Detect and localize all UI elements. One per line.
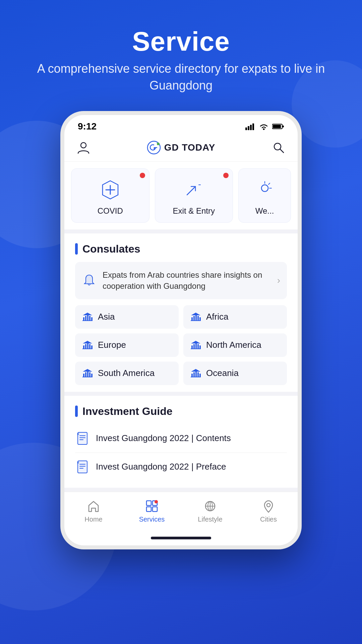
svg-rect-29 bbox=[199, 317, 201, 321]
wifi-icon bbox=[259, 122, 269, 130]
section-title-bar-2 bbox=[75, 406, 78, 417]
svg-point-15 bbox=[261, 185, 268, 192]
svg-rect-1 bbox=[248, 126, 249, 130]
document-icon-2 bbox=[75, 460, 90, 474]
svg-rect-51 bbox=[195, 371, 197, 377]
app-header: GD TODAY bbox=[64, 135, 298, 162]
nav-lifestyle[interactable]: Lifestyle bbox=[193, 499, 227, 523]
svg-rect-67 bbox=[146, 507, 151, 512]
svg-point-4 bbox=[263, 128, 265, 130]
home-indicator bbox=[64, 533, 298, 545]
nav-home-label: Home bbox=[84, 516, 102, 523]
services-nav-icon bbox=[144, 499, 159, 514]
weather-icon bbox=[253, 178, 277, 202]
region-africa-label: Africa bbox=[206, 312, 228, 322]
svg-rect-68 bbox=[153, 507, 157, 512]
svg-rect-3 bbox=[252, 123, 254, 130]
region-south-america[interactable]: South America bbox=[75, 362, 179, 385]
covid-card[interactable]: COVID bbox=[71, 168, 149, 223]
home-nav-icon bbox=[86, 499, 101, 514]
bank-icon-north-america bbox=[190, 339, 201, 351]
svg-rect-26 bbox=[193, 316, 195, 321]
nav-home[interactable]: Home bbox=[77, 499, 110, 523]
section-title-bar bbox=[75, 243, 78, 255]
notification-dot bbox=[140, 173, 145, 178]
exit-entry-icon bbox=[182, 178, 205, 202]
status-icons bbox=[245, 122, 284, 130]
svg-line-17 bbox=[268, 183, 270, 184]
nav-services[interactable]: Services bbox=[135, 499, 169, 523]
bottom-nav: Home Services bbox=[64, 492, 298, 533]
svg-point-74 bbox=[267, 503, 270, 507]
invest-item-1-label: Invest Guangdong 2022 | Contents bbox=[96, 433, 231, 443]
consulates-news-item[interactable]: Expats from Arab countries share insight… bbox=[75, 262, 287, 299]
partial-card[interactable]: We... bbox=[238, 168, 291, 223]
covid-card-label: COVID bbox=[98, 206, 123, 216]
svg-rect-47 bbox=[91, 374, 93, 377]
svg-rect-52 bbox=[197, 372, 199, 377]
svg-rect-55 bbox=[78, 432, 87, 444]
svg-rect-32 bbox=[85, 344, 86, 349]
svg-rect-41 bbox=[199, 345, 201, 349]
content-area: COVID Exit & Entry bbox=[64, 162, 298, 492]
svg-rect-35 bbox=[91, 345, 93, 349]
bank-icon-oceania bbox=[190, 368, 201, 379]
lifestyle-nav-icon bbox=[203, 499, 218, 514]
phone-mockup: 9:12 bbox=[60, 111, 302, 549]
consulates-news-text: Expats from Arab countries share insight… bbox=[103, 269, 271, 292]
invest-item-2-label: Invest Guangdong 2022 | Preface bbox=[96, 462, 226, 472]
consulates-title: Consulates bbox=[75, 243, 287, 255]
svg-rect-25 bbox=[191, 317, 193, 321]
user-icon[interactable] bbox=[76, 141, 90, 155]
svg-rect-21 bbox=[87, 315, 88, 321]
bank-icon-europe bbox=[82, 339, 93, 351]
partial-card-label: We... bbox=[255, 206, 274, 216]
region-europe[interactable]: Europe bbox=[75, 333, 179, 357]
svg-rect-20 bbox=[85, 316, 86, 321]
svg-point-8 bbox=[81, 143, 86, 148]
svg-rect-27 bbox=[195, 315, 197, 321]
bank-icon-africa bbox=[190, 311, 201, 323]
svg-rect-40 bbox=[197, 344, 199, 349]
svg-rect-39 bbox=[195, 343, 197, 349]
notification-dot-2 bbox=[223, 173, 229, 178]
status-bar: 9:12 bbox=[64, 115, 298, 135]
svg-rect-0 bbox=[245, 127, 247, 130]
region-africa[interactable]: Africa bbox=[183, 305, 287, 329]
home-bar bbox=[151, 537, 211, 539]
gd-today-logo-icon bbox=[147, 141, 161, 155]
invest-item-2[interactable]: Invest Guangdong 2022 | Preface bbox=[75, 453, 287, 481]
svg-rect-43 bbox=[83, 374, 84, 377]
logo-area: GD TODAY bbox=[147, 141, 216, 155]
svg-rect-6 bbox=[273, 125, 281, 128]
nav-services-label: Services bbox=[139, 516, 165, 523]
logo-text: GD TODAY bbox=[164, 142, 216, 153]
region-oceania-label: Oceania bbox=[206, 368, 239, 378]
region-south-america-label: South America bbox=[98, 368, 155, 378]
bell-icon bbox=[82, 273, 97, 288]
svg-rect-59 bbox=[77, 433, 79, 435]
svg-rect-28 bbox=[197, 316, 199, 321]
search-icon[interactable] bbox=[272, 141, 286, 155]
cities-nav-icon bbox=[261, 499, 276, 514]
svg-rect-34 bbox=[89, 344, 90, 349]
exit-entry-card-label: Exit & Entry bbox=[173, 206, 215, 216]
region-asia[interactable]: Asia bbox=[75, 305, 179, 329]
signal-icon bbox=[245, 123, 255, 130]
invest-item-1[interactable]: Invest Guangdong 2022 | Contents bbox=[75, 424, 287, 453]
chevron-right-icon: › bbox=[277, 275, 280, 286]
exit-entry-card[interactable]: Exit & Entry bbox=[155, 168, 233, 223]
region-oceania[interactable]: Oceania bbox=[183, 362, 287, 385]
svg-rect-22 bbox=[89, 316, 90, 321]
svg-rect-45 bbox=[87, 371, 88, 377]
svg-rect-31 bbox=[83, 345, 84, 349]
nav-cities[interactable]: Cities bbox=[252, 499, 285, 523]
svg-point-11 bbox=[274, 143, 281, 150]
region-north-america[interactable]: North America bbox=[183, 333, 287, 357]
svg-rect-65 bbox=[146, 501, 151, 505]
header-area: Service A comprehensive service director… bbox=[0, 0, 362, 111]
battery-icon bbox=[272, 123, 284, 130]
consulates-section: Consulates Expats from Arab countries sh… bbox=[64, 233, 298, 392]
investment-title: Investment Guide bbox=[75, 405, 287, 418]
svg-rect-33 bbox=[87, 343, 88, 349]
